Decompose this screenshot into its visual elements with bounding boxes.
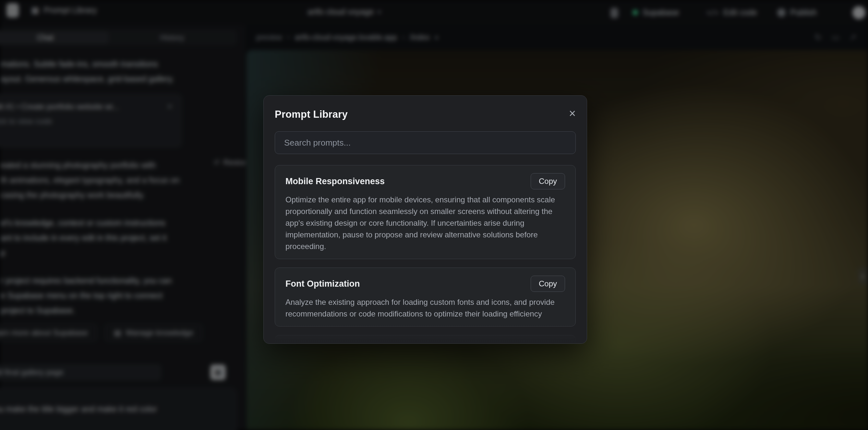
copy-button[interactable]: Copy [531, 276, 565, 292]
prompt-library-modal: Prompt Library × Mobile Responsiveness C… [264, 95, 587, 344]
search-input[interactable] [275, 131, 576, 154]
prompt-title: Mobile Responsiveness [285, 176, 385, 186]
prompt-card: Mobile Responsiveness Copy Optimize the … [275, 165, 576, 259]
close-icon: × [569, 107, 576, 120]
prompt-card-partial [275, 335, 576, 344]
prompt-description: Analyze the existing approach for loadin… [285, 297, 565, 320]
prompt-description: Optimize the entire app for mobile devic… [285, 194, 565, 252]
modal-title: Prompt Library [275, 109, 348, 120]
prompt-title: Font Optimization [285, 279, 360, 289]
close-button[interactable]: × [569, 109, 576, 118]
copy-button[interactable]: Copy [531, 173, 565, 189]
prompt-card: Font Optimization Copy Analyze the exist… [275, 268, 576, 327]
prompt-list: Mobile Responsiveness Copy Optimize the … [275, 165, 576, 344]
